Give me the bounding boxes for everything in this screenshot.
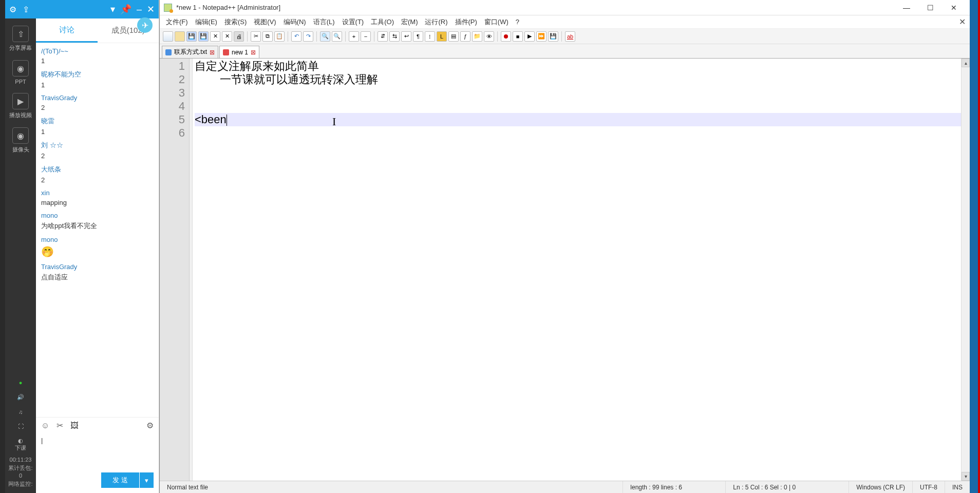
find-icon[interactable]: 🔍 <box>320 31 330 42</box>
doc-map-icon[interactable]: ▤ <box>448 31 459 42</box>
menu-search[interactable]: 搜索(S) <box>221 16 250 28</box>
replace-icon[interactable]: 🔍 <box>332 31 342 42</box>
menu-macro[interactable]: 宏(M) <box>398 16 421 28</box>
share-icon[interactable]: ⇪ <box>23 5 29 14</box>
pin-icon[interactable]: 📌 <box>120 4 131 15</box>
scroll-up-icon[interactable]: ▴ <box>962 59 970 67</box>
settings-icon[interactable]: ⚙ <box>9 5 16 14</box>
input-settings-icon[interactable]: ⚙ <box>146 421 154 430</box>
code-area[interactable]: 自定义注解原来如此简单 一节课就可以通透玩转深入理解 <been I <box>193 59 970 481</box>
redo-icon[interactable]: ↷ <box>303 31 313 42</box>
menu-settings[interactable]: 设置(T) <box>339 16 367 28</box>
code-line: <been <box>195 113 968 126</box>
zoom-in-icon[interactable]: + <box>349 31 359 42</box>
speaker-icon[interactable]: 🔊 <box>17 394 24 401</box>
msg-body: 为啥ppt我看不完全 <box>41 221 154 231</box>
indent-guide-icon[interactable]: ⫶ <box>425 31 435 42</box>
save-all-icon[interactable]: 💾 <box>198 31 209 42</box>
image-icon[interactable]: 🖼 <box>70 421 79 430</box>
cut-icon[interactable]: ✂ <box>251 31 261 42</box>
menu-view[interactable]: 视图(V) <box>251 16 279 28</box>
save-macro-icon[interactable]: 💾 <box>548 31 558 42</box>
new-file-icon[interactable] <box>163 31 173 42</box>
menu-help[interactable]: ? <box>513 17 522 27</box>
line-number-gutter: 1 2 3 4 5 6 <box>160 59 190 481</box>
func-list-icon[interactable]: ƒ <box>460 31 470 42</box>
document-tab[interactable]: new 1 ⊠ <box>219 46 259 58</box>
scroll-down-icon[interactable]: ▾ <box>962 472 970 481</box>
close-button[interactable]: ✕ <box>942 0 966 15</box>
play-macro-icon[interactable]: ▶ <box>524 31 535 42</box>
print-icon[interactable]: 🖨 <box>234 31 244 42</box>
menu-plugins[interactable]: 插件(P) <box>452 16 480 28</box>
npp-titlebar[interactable]: *new 1 - Notepad++ [Administrator] — ☐ ✕ <box>160 0 970 15</box>
tool-ppt[interactable]: ◉ PPT <box>12 60 29 85</box>
telegram-icon[interactable]: ✈ <box>137 17 153 33</box>
zoom-out-icon[interactable]: − <box>361 31 371 42</box>
line-number: 4 <box>161 100 185 113</box>
dropdown-icon[interactable]: ▾ <box>110 4 115 15</box>
open-file-icon[interactable] <box>175 31 185 42</box>
emoji-icon[interactable]: ☺ <box>41 421 49 430</box>
text-cursor <box>227 115 227 126</box>
vertical-scrollbar[interactable]: ▴ ▾ <box>961 59 970 481</box>
fullscreen-icon[interactable]: ⛶ <box>18 423 24 429</box>
close-button[interactable]: ✕ <box>147 4 155 15</box>
menu-window[interactable]: 窗口(W) <box>481 16 512 28</box>
music-icon[interactable]: ♫ <box>18 409 23 415</box>
scissors-icon[interactable]: ✂ <box>56 421 63 430</box>
menu-file[interactable]: 文件(F) <box>163 16 191 28</box>
monitor-icon[interactable]: 👁 <box>484 31 494 42</box>
sync-v-icon[interactable]: ⇵ <box>378 31 388 42</box>
copy-icon[interactable]: ⧉ <box>262 31 273 42</box>
menu-run[interactable]: 运行(R) <box>422 16 450 28</box>
tool-play-video[interactable]: ▶ 播放视频 <box>9 93 32 119</box>
menu-tools[interactable]: 工具(O) <box>368 16 397 28</box>
tool-share-screen[interactable]: ⇧ 分享屏幕 <box>9 26 32 52</box>
toolbar-separator <box>345 31 346 42</box>
show-all-icon[interactable]: ¶ <box>413 31 423 42</box>
menu-close-icon[interactable]: ✕ <box>959 17 966 27</box>
msg-body: mapping <box>41 199 154 206</box>
ppt-icon: ◉ <box>12 60 29 77</box>
record-icon[interactable] <box>501 31 511 42</box>
menu-encoding[interactable]: 编码(N) <box>280 16 309 28</box>
status-insert-mode[interactable]: INS <box>945 481 970 493</box>
save-icon[interactable]: 💾 <box>186 31 197 42</box>
maximize-button[interactable]: ☐ <box>918 0 942 15</box>
tool-camera[interactable]: ◉ 摄像头 <box>12 127 29 154</box>
line-number: 1 <box>161 60 185 73</box>
menu-language[interactable]: 语言(L) <box>310 16 338 28</box>
lang-icon[interactable]: L <box>437 31 447 42</box>
tab-close-icon[interactable]: ⊠ <box>210 49 215 56</box>
folder-icon[interactable]: 📁 <box>472 31 482 42</box>
chat-message: mono🤭 <box>41 236 154 258</box>
menu-edit[interactable]: 编辑(E) <box>192 16 220 28</box>
chat-message: 昵称不能为空1 <box>41 70 154 89</box>
chat-message-list[interactable]: /(ToT)/~~1 昵称不能为空1 TravisGrady2 晓雷1 刘 ☆☆… <box>36 43 159 417</box>
tool-label: PPT <box>12 79 29 85</box>
close-file-icon[interactable]: ✕ <box>210 31 220 42</box>
status-eol[interactable]: Windows (CR LF) <box>849 481 913 493</box>
tab-discussion[interactable]: 讨论 <box>36 18 98 43</box>
npp-statusbar: Normal text file length : 99 lines : 6 L… <box>160 481 970 493</box>
close-all-icon[interactable]: ✕ <box>222 31 232 42</box>
document-tab[interactable]: 联系方式.txt ⊠ <box>162 46 218 58</box>
minimize-button[interactable]: — <box>895 0 918 15</box>
chat-input[interactable]: | <box>36 433 159 469</box>
code-line <box>195 86 968 100</box>
chat-main: ✈ 讨论 成员(102) /(ToT)/~~1 昵称不能为空1 TravisGr… <box>36 18 159 493</box>
tab-close-icon[interactable]: ⊠ <box>251 49 256 56</box>
play-multi-icon[interactable]: ⏩ <box>536 31 546 42</box>
status-encoding[interactable]: UTF-8 <box>913 481 945 493</box>
spellcheck-icon[interactable]: ab <box>565 31 575 42</box>
send-button[interactable]: 发 送 <box>101 472 139 488</box>
undo-icon[interactable]: ↶ <box>291 31 301 42</box>
sync-h-icon[interactable]: ⇆ <box>389 31 400 42</box>
end-class[interactable]: ◐ 下课 <box>15 438 26 452</box>
paste-icon[interactable]: 📋 <box>274 31 285 42</box>
stop-record-icon[interactable]: ■ <box>513 31 523 42</box>
send-more-button[interactable]: ▾ <box>140 472 154 488</box>
minimize-button[interactable]: – <box>137 4 142 15</box>
wrap-icon[interactable]: ↩ <box>401 31 411 42</box>
